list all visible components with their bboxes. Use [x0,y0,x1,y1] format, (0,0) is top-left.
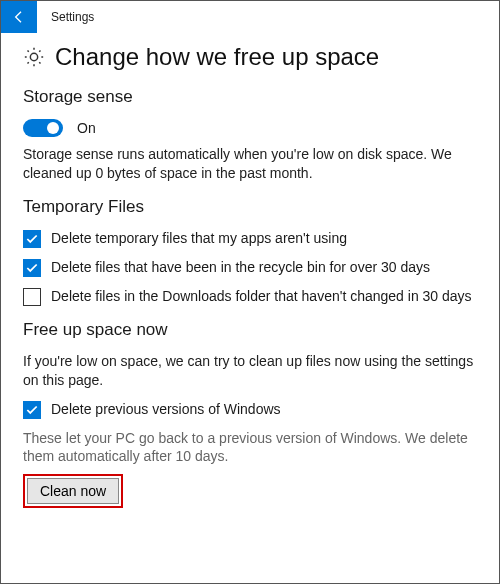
temp-delete-unused-checkbox[interactable] [23,230,41,248]
check-icon [25,232,39,246]
storage-sense-description: Storage sense runs automatically when yo… [23,145,477,183]
back-button[interactable] [1,1,37,33]
titlebar: Settings [1,1,499,33]
temp-option-row: Delete files that have been in the recyc… [23,258,477,277]
temp-downloads-checkbox[interactable] [23,288,41,306]
section-temporary-files: Temporary Files [23,197,477,217]
section-free-up-now: Free up space now [23,320,477,340]
temp-downloads-label: Delete files in the Downloads folder tha… [51,287,472,305]
prev-versions-label: Delete previous versions of Windows [51,400,281,418]
check-icon [25,403,39,417]
app-title: Settings [51,10,94,24]
section-storage-sense: Storage sense [23,87,477,107]
temp-option-row: Delete temporary files that my apps aren… [23,229,477,248]
temp-recycle-bin-checkbox[interactable] [23,259,41,277]
page-header: Change how we free up space [23,43,477,71]
free-up-description: If you're low on space, we can try to cl… [23,352,477,390]
clean-now-highlight: Clean now [23,474,123,508]
prev-versions-note: These let your PC go back to a previous … [23,429,477,467]
storage-sense-toggle[interactable] [23,119,63,137]
temp-recycle-bin-label: Delete files that have been in the recyc… [51,258,430,276]
storage-sense-toggle-row: On [23,119,477,137]
toggle-knob [47,122,59,134]
temp-delete-unused-label: Delete temporary files that my apps aren… [51,229,347,247]
check-icon [25,261,39,275]
content: Change how we free up space Storage sens… [1,33,499,528]
temp-option-row: Delete files in the Downloads folder tha… [23,287,477,306]
prev-versions-checkbox[interactable] [23,401,41,419]
clean-now-button[interactable]: Clean now [27,478,119,504]
gear-icon [23,46,45,68]
prev-versions-row: Delete previous versions of Windows [23,400,477,419]
arrow-left-icon [11,9,27,25]
storage-sense-toggle-label: On [77,120,96,136]
page-title: Change how we free up space [55,43,379,71]
